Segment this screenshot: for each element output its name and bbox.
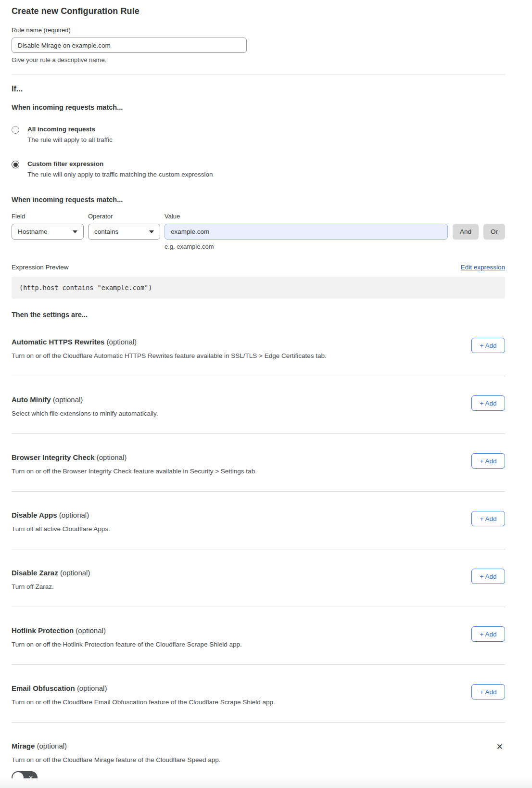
setting-description: Turn on or off the Browser Integrity Che… [12, 468, 257, 475]
setting-row: Disable Apps (optional) Turn off all act… [12, 492, 505, 533]
expression-preview-label: Expression Preview [12, 264, 69, 271]
expression-code-text: (http.host contains "example.com") [19, 284, 152, 292]
setting-optional-label: (optional) [76, 626, 106, 635]
when-requests-match-heading: When incoming requests match... [12, 103, 505, 111]
setting-optional-label: (optional) [53, 395, 83, 404]
setting-optional-label: (optional) [107, 338, 137, 346]
setting-row: Automatic HTTPS Rewrites (optional) Turn… [12, 318, 505, 359]
expression-preview-code: (http.host contains "example.com") [12, 277, 505, 299]
rule-name-input[interactable] [12, 38, 247, 53]
expression-builder-heading: When incoming requests match... [12, 196, 505, 203]
setting-row: Email Obfuscation (optional) Turn on or … [12, 665, 505, 706]
close-icon[interactable]: ✕ [494, 742, 505, 752]
setting-title: Automatic HTTPS Rewrites (optional) [12, 338, 327, 346]
setting-name: Browser Integrity Check [12, 453, 95, 461]
radio-label: Custom filter expression [27, 160, 213, 167]
radio-custom-filter-expression[interactable]: Custom filter expression The rule will o… [12, 160, 505, 178]
setting-name: Disable Apps [12, 511, 57, 519]
edit-expression-link[interactable]: Edit expression [461, 264, 505, 271]
field-select-value: Hostname [18, 228, 48, 235]
setting-description: Turn on or off the Hotlink Protection fe… [12, 641, 242, 648]
if-heading: If... [12, 85, 505, 93]
setting-optional-label: (optional) [60, 569, 90, 577]
setting-optional-label: (optional) [37, 742, 67, 750]
settings-heading: Then the settings are... [12, 311, 505, 318]
setting-optional-label: (optional) [59, 511, 89, 519]
rule-name-label: Rule name (required) [12, 26, 505, 34]
operator-label: Operator [88, 213, 165, 220]
setting-description: Select which file extensions to minify a… [12, 410, 158, 417]
setting-description: Turn off Zaraz. [12, 583, 90, 590]
setting-row: Hotlink Protection (optional) Turn on or… [12, 607, 505, 648]
radio-selected-icon[interactable] [12, 161, 19, 168]
value-input[interactable] [165, 224, 448, 240]
add-button[interactable]: + Add [471, 684, 505, 699]
page-title: Create new Configuration Rule [12, 0, 505, 16]
section-divider [12, 75, 505, 75]
rule-name-helper: Give your rule a descriptive name. [12, 56, 505, 64]
setting-description: Turn on or off the Cloudflare Email Obfu… [12, 699, 275, 706]
add-button[interactable]: + Add [471, 569, 505, 584]
setting-optional-label: (optional) [97, 453, 127, 461]
setting-optional-label: (optional) [77, 684, 107, 692]
add-button[interactable]: + Add [471, 453, 505, 469]
setting-title: Hotlink Protection (optional) [12, 626, 242, 635]
setting-row: Auto Minify (optional) Select which file… [12, 376, 505, 417]
chevron-down-icon [73, 230, 77, 233]
setting-description: Turn off all active Cloudflare Apps. [12, 525, 110, 533]
setting-name: Email Obfuscation [12, 684, 75, 692]
setting-description: Turn on or off the Cloudflare Mirage fea… [12, 756, 221, 763]
setting-title: Mirage (optional) [12, 742, 221, 750]
setting-title: Browser Integrity Check (optional) [12, 453, 257, 461]
value-label: Value [165, 213, 180, 220]
setting-name: Mirage [12, 742, 35, 750]
add-button[interactable]: + Add [471, 626, 505, 642]
mirage-section: Mirage (optional) Turn on or off the Clo… [12, 723, 505, 786]
setting-row: Disable Zaraz (optional) Turn off Zaraz.… [12, 549, 505, 590]
radio-label: All incoming requests [27, 126, 113, 133]
add-button[interactable]: + Add [471, 395, 505, 411]
setting-title: Email Obfuscation (optional) [12, 684, 275, 692]
radio-unselected-icon[interactable] [12, 126, 19, 134]
page-bottom-edge [0, 778, 532, 788]
setting-title: Disable Zaraz (optional) [12, 569, 90, 577]
setting-row: Browser Integrity Check (optional) Turn … [12, 434, 505, 475]
chevron-down-icon [149, 230, 154, 233]
field-label: Field [12, 213, 88, 220]
setting-title: Auto Minify (optional) [12, 395, 158, 404]
or-button[interactable]: Or [483, 224, 505, 240]
add-button[interactable]: + Add [471, 338, 505, 353]
operator-select[interactable]: contains [88, 224, 160, 240]
setting-name: Disable Zaraz [12, 569, 58, 577]
value-helper: e.g. example.com [165, 243, 505, 250]
operator-select-value: contains [94, 228, 118, 235]
add-button[interactable]: + Add [471, 511, 505, 526]
setting-name: Hotlink Protection [12, 626, 74, 635]
setting-name: Auto Minify [12, 395, 51, 404]
setting-title: Disable Apps (optional) [12, 511, 110, 519]
settings-list: Automatic HTTPS Rewrites (optional) Turn… [12, 318, 505, 723]
setting-description: Turn on or off the Cloudflare Automatic … [12, 352, 327, 359]
radio-all-incoming-requests[interactable]: All incoming requests The rule will appl… [12, 126, 505, 143]
and-button[interactable]: And [453, 224, 479, 240]
field-select[interactable]: Hostname [12, 224, 84, 240]
radio-description: The rule will apply to all traffic [27, 136, 113, 143]
radio-description: The rule will only apply to traffic matc… [27, 171, 213, 178]
setting-name: Automatic HTTPS Rewrites [12, 338, 104, 346]
